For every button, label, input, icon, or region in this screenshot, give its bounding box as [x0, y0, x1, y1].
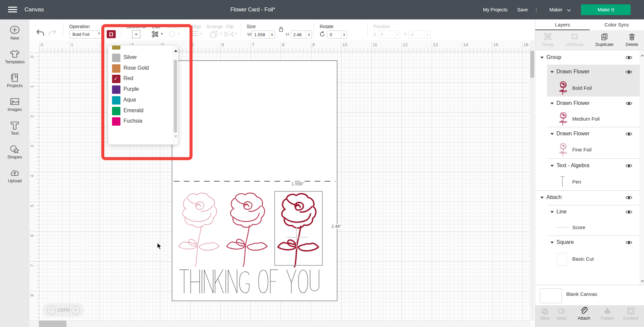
sidebar-item-templates[interactable]: Templates [0, 49, 30, 64]
x-input[interactable]: 0 ▲▼ [378, 30, 400, 39]
machine-selector[interactable]: Maker [549, 0, 562, 19]
caret-down-icon[interactable] [550, 242, 554, 244]
color-option-purple[interactable]: Purple [108, 85, 178, 94]
color-panel-scrollbar-thumb[interactable] [174, 60, 177, 133]
caret-down-icon[interactable] [550, 133, 554, 135]
flower-fine-artwork[interactable] [175, 192, 222, 267]
sidebar-item-text[interactable]: Text [0, 121, 30, 136]
eye-icon[interactable] [625, 101, 633, 106]
rotate-input[interactable]: 0 ▲▼ [327, 30, 347, 39]
tab-layers[interactable]: Layers [535, 19, 590, 30]
zoom-in-button[interactable]: + [71, 306, 80, 315]
y-stepper[interactable]: ▲▼ [425, 31, 430, 38]
canvas-vertical-scrollbar-handle[interactable] [530, 51, 534, 78]
layer-row-attach[interactable]: Attach [535, 190, 644, 205]
tool-attach[interactable]: Attach [573, 307, 595, 321]
operation-select[interactable]: Bold Foil ▼ [69, 30, 103, 39]
save-link[interactable]: Save [517, 0, 528, 19]
offset-chevron-icon[interactable]: ▼ [177, 32, 180, 36]
redo-icon[interactable] [48, 29, 57, 37]
height-input[interactable]: 2.46 ▲▼ [290, 30, 312, 39]
caret-down-icon[interactable] [540, 197, 544, 199]
layer-row-bold-foil[interactable]: Bold Foil [535, 79, 644, 96]
sidebar-item-images[interactable]: Images [0, 97, 30, 112]
canvas-horizontal-scrollbar-handle[interactable] [39, 321, 66, 327]
layer-row-pen[interactable]: Pen [535, 173, 644, 190]
eye-icon[interactable] [625, 195, 633, 200]
action-duplicate[interactable]: Duplicate [593, 32, 616, 47]
eye-icon[interactable] [625, 132, 633, 136]
sidebar-item-projects[interactable]: Projects [0, 73, 30, 88]
layer-row-line[interactable]: Line [535, 205, 644, 219]
eye-icon[interactable] [625, 55, 633, 60]
flip-label[interactable]: Flip [226, 24, 234, 29]
layer-row-text---algebra[interactable]: Text - Algebra [535, 158, 644, 173]
x-value[interactable]: 0 [378, 32, 394, 37]
undo-icon[interactable] [36, 29, 45, 37]
offset-icon[interactable] [168, 30, 176, 38]
color-option-red[interactable]: ✓Red [108, 75, 178, 83]
chevron-down-icon[interactable] [567, 9, 571, 12]
width-input[interactable]: 1.558 ▲▼ [252, 30, 275, 39]
color-option-fuchsia[interactable]: Fuchsia [108, 117, 178, 126]
layer-row-drawn-flower[interactable]: Drawn Flower [535, 65, 644, 79]
layer-row-score[interactable]: Score [535, 219, 644, 236]
color-option[interactable] [108, 45, 178, 50]
eye-icon[interactable] [625, 164, 633, 168]
rotate-value[interactable]: 0 [327, 32, 341, 37]
height-value[interactable]: 2.46 [291, 32, 306, 37]
width-stepper[interactable]: ▲▼ [269, 31, 275, 38]
color-option-aqua[interactable]: Aqua [108, 96, 178, 105]
color-panel-scrollbar[interactable] [173, 46, 178, 144]
color-option-rose-gold[interactable]: Rose Gold [108, 64, 178, 73]
flip-icon[interactable] [224, 30, 234, 38]
eye-icon[interactable] [625, 70, 633, 74]
y-input[interactable]: 0 ▲▼ [409, 30, 431, 39]
sidebar-item-shapes[interactable]: Shapes [0, 144, 30, 159]
y-value[interactable]: 0 [409, 32, 425, 37]
caret-down-icon[interactable] [550, 71, 554, 73]
sidebar-item-upload[interactable]: Upload [0, 168, 30, 183]
color-option-emerald[interactable]: Emerald [108, 107, 178, 116]
layer-row-fine-foil[interactable]: Fine Foil [535, 141, 644, 158]
caret-down-icon[interactable] [550, 211, 554, 213]
make-it-button[interactable]: Make It [581, 4, 631, 15]
rotate-icon[interactable] [319, 31, 326, 38]
panel-scroll-down-icon[interactable] [641, 280, 644, 282]
lock-icon[interactable] [278, 26, 284, 32]
width-value[interactable]: 1.558 [252, 32, 269, 37]
scroll-up-arrow-icon[interactable] [174, 50, 177, 52]
menu-icon[interactable] [8, 7, 17, 13]
blank-canvas-swatch[interactable] [540, 288, 562, 303]
flower-medium-artwork[interactable] [223, 192, 270, 267]
arrange-label[interactable]: Arrange [206, 24, 223, 29]
align-chevron-icon[interactable]: ▼ [200, 32, 203, 36]
rotate-stepper[interactable]: ▲▼ [341, 31, 347, 38]
eye-icon[interactable] [625, 210, 633, 214]
arrange-chevron-icon[interactable]: ▼ [219, 32, 222, 36]
edit-chevron-icon[interactable]: ▼ [160, 32, 163, 36]
edit-label[interactable]: Edit [152, 24, 160, 29]
caret-down-icon[interactable] [550, 165, 554, 167]
layer-row-medium-foil[interactable]: Medium Foil [535, 111, 644, 127]
card-text[interactable] [178, 269, 321, 294]
x-stepper[interactable]: ▲▼ [394, 31, 400, 38]
blank-canvas-row[interactable]: Blank Canvas [535, 285, 644, 305]
canvas-horizontal-scrollbar[interactable] [30, 320, 530, 327]
color-option-silver[interactable]: Silver [108, 54, 178, 62]
layer-row-drawn-flower[interactable]: Drawn Flower [535, 96, 644, 111]
layer-row-basic-cut[interactable]: Basic Cut [535, 250, 644, 268]
scroll-down-arrow-icon[interactable] [174, 135, 177, 138]
sidebar-item-new[interactable]: New [0, 25, 30, 41]
edit-icon[interactable] [151, 29, 160, 39]
flip-chevron-icon[interactable]: ▼ [235, 32, 238, 36]
my-projects-link[interactable]: My Projects [483, 0, 507, 19]
panel-scroll-up-icon[interactable] [641, 54, 644, 56]
action-delete[interactable]: Delete [620, 32, 644, 47]
tab-color-sync[interactable]: Color Sync [590, 19, 644, 30]
eye-icon[interactable] [625, 240, 633, 245]
layer-row-drawn-flower[interactable]: Drawn Flower [535, 127, 644, 141]
align-label[interactable]: Align [191, 24, 201, 29]
panel-scrollbar[interactable] [640, 50, 644, 285]
selection-bounding-box[interactable] [274, 191, 323, 266]
